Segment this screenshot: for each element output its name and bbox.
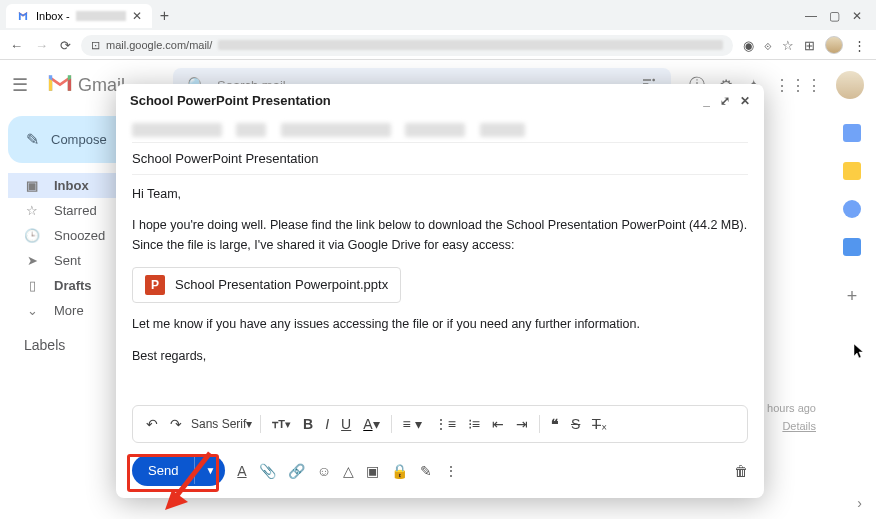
tasks-icon[interactable] bbox=[843, 200, 861, 218]
indent-less-icon[interactable]: ⇤ bbox=[487, 412, 509, 436]
chevron-down-icon: ⌄ bbox=[24, 303, 40, 318]
sidebar-label: Snoozed bbox=[54, 228, 105, 243]
address-bar[interactable]: ⊡ mail.google.com/mail/ bbox=[81, 35, 733, 56]
numbered-list-icon[interactable]: ⋮≡ bbox=[429, 412, 461, 436]
formatting-toggle-icon[interactable]: A bbox=[237, 463, 246, 479]
sidebar-label: Sent bbox=[54, 253, 81, 268]
account-avatar[interactable] bbox=[836, 71, 864, 99]
send-label: Send bbox=[132, 455, 194, 486]
inbox-icon: ▣ bbox=[24, 178, 40, 193]
eye-icon[interactable]: ◉ bbox=[743, 38, 754, 53]
body-paragraph-1: I hope you're doing well. Please find th… bbox=[132, 216, 748, 255]
new-tab-button[interactable]: + bbox=[152, 7, 177, 25]
attach-file-icon[interactable]: 📎 bbox=[259, 463, 276, 479]
sidebar-label: Inbox bbox=[54, 178, 89, 193]
forward-icon[interactable]: → bbox=[35, 38, 48, 53]
maximize-icon[interactable]: ▢ bbox=[829, 9, 840, 23]
insert-drive-icon[interactable]: △ bbox=[343, 463, 354, 479]
tab-title: Inbox - bbox=[36, 10, 70, 22]
browser-profile-icon[interactable] bbox=[825, 36, 843, 54]
star-icon: ☆ bbox=[24, 203, 40, 218]
redo-icon[interactable]: ↷ bbox=[165, 412, 187, 436]
send-icon: ➤ bbox=[24, 253, 40, 268]
extensions-icon[interactable]: ⊞ bbox=[804, 38, 815, 53]
quote-icon[interactable]: ❝ bbox=[546, 412, 564, 436]
browser-menu-icon[interactable]: ⋮ bbox=[853, 38, 866, 53]
back-icon[interactable]: ← bbox=[10, 38, 23, 53]
pencil-icon: ✎ bbox=[26, 130, 39, 149]
clock-icon: 🕒 bbox=[24, 228, 40, 243]
more-options-icon[interactable]: ⋮ bbox=[444, 463, 458, 479]
browser-tab[interactable]: Inbox - ✕ bbox=[6, 4, 152, 28]
underline-icon[interactable]: U bbox=[336, 412, 356, 436]
compose-window: School PowerPoint Presentation _ ⤢ ✕ Sch… bbox=[116, 84, 764, 498]
details-link[interactable]: Details bbox=[767, 418, 816, 436]
close-tab-icon[interactable]: ✕ bbox=[132, 9, 142, 23]
subject-field[interactable]: School PowerPoint Presentation bbox=[132, 143, 748, 175]
gmail-logo[interactable]: Gmail bbox=[46, 73, 125, 98]
body-signoff: Best regards, bbox=[132, 347, 748, 366]
draft-icon: ▯ bbox=[24, 278, 40, 293]
remove-formatting-icon[interactable]: T̶ₓ bbox=[587, 412, 612, 436]
formatting-toolbar: ↶ ↷ Sans Serif ▾ ᴛT ▾ B I U A ▾ ≡ ▾ ⋮≡ ⁝… bbox=[132, 405, 748, 443]
attachment-filename: School Presentation Powerpoint.pptx bbox=[175, 275, 388, 295]
send-dropdown-icon[interactable]: ▼ bbox=[194, 457, 225, 484]
powerpoint-icon: P bbox=[145, 275, 165, 295]
insert-link-icon[interactable]: 🔗 bbox=[288, 463, 305, 479]
sidebar-label: Starred bbox=[54, 203, 97, 218]
insert-photo-icon[interactable]: ▣ bbox=[366, 463, 379, 479]
body-paragraph-2: Let me know if you have any issues acces… bbox=[132, 315, 748, 334]
sidebar-label: Drafts bbox=[54, 278, 92, 293]
send-button[interactable]: Send ▼ bbox=[132, 455, 225, 486]
strikethrough-icon[interactable]: S bbox=[566, 412, 585, 436]
compose-label: Compose bbox=[51, 132, 107, 147]
contacts-icon[interactable] bbox=[843, 238, 861, 256]
insert-emoji-icon[interactable]: ☺ bbox=[317, 463, 331, 479]
drive-attachment-chip[interactable]: P School Presentation Powerpoint.pptx bbox=[132, 267, 401, 303]
close-compose-icon[interactable]: ✕ bbox=[740, 94, 750, 108]
popout-compose-icon[interactable]: ⤢ bbox=[720, 94, 730, 108]
discard-draft-icon[interactable]: 🗑 bbox=[734, 463, 748, 479]
close-window-icon[interactable]: ✕ bbox=[852, 9, 862, 23]
apps-icon[interactable]: ⋮⋮⋮ bbox=[774, 76, 822, 95]
cursor-icon bbox=[854, 344, 866, 360]
confidential-mode-icon[interactable]: 🔒 bbox=[391, 463, 408, 479]
message-body[interactable]: Hi Team, I hope you're doing well. Pleas… bbox=[132, 175, 748, 388]
recipients-field[interactable] bbox=[132, 117, 748, 143]
insert-signature-icon[interactable]: ✎ bbox=[420, 463, 432, 479]
hours-ago-text: hours ago bbox=[767, 400, 816, 418]
url-text: mail.google.com/mail/ bbox=[106, 39, 212, 51]
side-panel-chevron-icon[interactable]: › bbox=[857, 495, 862, 511]
main-menu-icon[interactable]: ☰ bbox=[12, 74, 28, 96]
undo-icon[interactable]: ↶ bbox=[141, 412, 163, 436]
bulleted-list-icon[interactable]: ⁝≡ bbox=[463, 412, 485, 436]
calendar-icon[interactable] bbox=[843, 124, 861, 142]
site-info-icon[interactable]: ⊡ bbox=[91, 39, 100, 52]
body-greeting: Hi Team, bbox=[132, 185, 748, 204]
text-color-icon[interactable]: A ▾ bbox=[358, 412, 384, 436]
font-size-icon[interactable]: ᴛT ▾ bbox=[267, 414, 296, 435]
minimize-compose-icon[interactable]: _ bbox=[703, 94, 710, 108]
compose-title: School PowerPoint Presentation bbox=[130, 93, 331, 108]
align-icon[interactable]: ≡ ▾ bbox=[398, 412, 427, 436]
sidebar-label: More bbox=[54, 303, 84, 318]
gmail-favicon bbox=[16, 9, 30, 23]
indent-more-icon[interactable]: ⇥ bbox=[511, 412, 533, 436]
italic-icon[interactable]: I bbox=[320, 412, 334, 436]
minimize-icon[interactable]: — bbox=[805, 9, 817, 23]
keep-icon[interactable] bbox=[843, 162, 861, 180]
bold-icon[interactable]: B bbox=[298, 412, 318, 436]
bookmark-icon[interactable]: ☆ bbox=[782, 38, 794, 53]
reload-icon[interactable]: ⟳ bbox=[60, 38, 71, 53]
share-icon[interactable]: ⟐ bbox=[764, 38, 772, 53]
addons-plus-icon[interactable]: + bbox=[847, 286, 858, 307]
font-selector[interactable]: Sans Serif ▾ bbox=[189, 417, 254, 431]
